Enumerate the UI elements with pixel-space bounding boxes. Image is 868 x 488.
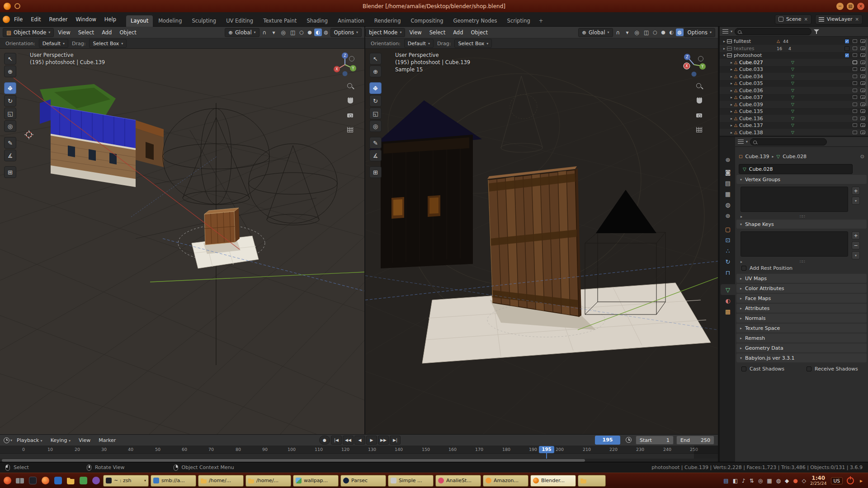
- panel-uv-maps[interactable]: ▸ UV Maps: [736, 274, 867, 283]
- auto-key-button[interactable]: ●: [319, 436, 330, 445]
- browser-launcher-icon[interactable]: [40, 475, 51, 486]
- taskbar-window-simple-scan[interactable]: Simple ...: [388, 475, 434, 487]
- current-frame-field[interactable]: 195: [595, 436, 620, 445]
- close-button[interactable]: ×: [857, 3, 864, 10]
- clock[interactable]: 1:40 2/25/24: [810, 475, 827, 486]
- camera-view-button[interactable]: [345, 110, 355, 120]
- object-name[interactable]: Cube.037: [739, 94, 763, 100]
- tray-icon-sync[interactable]: ⇅: [750, 478, 754, 484]
- shape-key-specials-button[interactable]: ▾: [852, 251, 860, 259]
- chevron-down-icon[interactable]: ▾: [10, 438, 12, 442]
- playhead-frame-label[interactable]: 195: [539, 446, 554, 453]
- outliner-row-object[interactable]: ▸ △ Cube.035 ▽: [720, 80, 868, 87]
- hide-viewport-icon[interactable]: [853, 47, 857, 50]
- taskbar-window-filemanager[interactable]: [578, 475, 606, 487]
- tab-scripting[interactable]: Scripting: [503, 15, 535, 27]
- vertex-group-specials-button[interactable]: ▾: [852, 197, 860, 205]
- move-tool[interactable]: ↔↕: [4, 82, 16, 94]
- tray-icon-settings[interactable]: ◎: [758, 478, 763, 484]
- grip-icon[interactable]: ∷∷: [800, 259, 805, 264]
- menu-marker[interactable]: Marker: [95, 437, 119, 443]
- object-name[interactable]: Cube.138: [739, 130, 763, 136]
- taskbar-window-home-2[interactable]: /home/...: [245, 475, 291, 487]
- transform-orientation-dropdown[interactable]: ⊕ Global ▾: [225, 28, 259, 37]
- panel-texture-space[interactable]: ▸ Texture Space: [736, 324, 867, 333]
- snap-magnet-icon[interactable]: ∩: [613, 28, 623, 37]
- orientation-dropdown[interactable]: Default ▾: [404, 39, 434, 48]
- cursor-tool[interactable]: ⊕: [369, 66, 382, 77]
- object-name[interactable]: Cube.027: [739, 60, 763, 66]
- taskbar-window-smb[interactable]: smb://a...: [151, 475, 196, 487]
- disclosure-icon[interactable]: ▾: [723, 53, 725, 57]
- hide-viewport-icon[interactable]: [853, 53, 857, 57]
- viewport-left[interactable]: ▧ Object Mode ▾ View Select Add Object ⊕…: [0, 27, 364, 434]
- pan-button[interactable]: [694, 96, 704, 106]
- play-button[interactable]: ▶: [366, 436, 377, 445]
- breadcrumb-data[interactable]: Cube.028: [783, 154, 807, 160]
- tab-texture[interactable]: ▩: [721, 306, 735, 317]
- taskbar-window-analiest[interactable]: AnalieSt...: [435, 475, 481, 487]
- disable-render-icon[interactable]: [860, 39, 865, 43]
- terminal-launcher-icon[interactable]: [27, 475, 38, 486]
- frame-end-field[interactable]: End 250: [676, 436, 714, 445]
- panel-face-maps[interactable]: ▸ Face Maps: [736, 294, 867, 303]
- outliner-row-photoshoot[interactable]: ▾ photoshoot ✓: [720, 52, 868, 59]
- timeline-ruler[interactable]: 0 10 20 30 40 50 60 70 80 90 100 110 120…: [0, 446, 718, 454]
- outliner-row-object[interactable]: ▸ △ Cube.034 ▽: [720, 73, 868, 80]
- mode-dropdown[interactable]: ▧ Object Mode ▾: [3, 28, 54, 37]
- outliner-row-object[interactable]: ▸ △ Cube.138 ▽: [720, 129, 868, 135]
- gizmo-z[interactable]: Z: [686, 55, 689, 59]
- hide-viewport-icon[interactable]: [853, 67, 857, 71]
- select-box-tool[interactable]: ↖: [4, 53, 16, 65]
- menu-help[interactable]: Help: [100, 13, 120, 26]
- mesh-name-field[interactable]: ▽ Cube.028: [739, 164, 853, 174]
- viewport-right[interactable]: bject Mode ▾ View Select Add Object ⊕ Gl…: [365, 27, 718, 434]
- tray-icon-audio[interactable]: ♪: [742, 478, 745, 484]
- options-dropdown[interactable]: Options ▾: [330, 28, 362, 37]
- shape-keys-list[interactable]: [741, 231, 848, 257]
- panel-geometry-data[interactable]: ▸ Geometry Data: [736, 343, 867, 352]
- shading-material-icon[interactable]: ◐: [314, 28, 322, 36]
- add-cube-tool[interactable]: ⊞: [369, 166, 382, 178]
- hide-viewport-icon[interactable]: [853, 103, 857, 106]
- outliner-editor[interactable]: ▾ ▸ fulltest △ 44 ✓ ▸ textures 16 4: [720, 27, 868, 135]
- collection-name[interactable]: photoshoot: [734, 52, 762, 58]
- tab-rendering[interactable]: Rendering: [370, 15, 406, 27]
- 3d-scene-left[interactable]: [0, 49, 364, 434]
- properties-editor-icon[interactable]: [738, 140, 744, 144]
- hide-viewport-icon[interactable]: [853, 123, 857, 127]
- outliner-row-fulltest[interactable]: ▸ fulltest △ 44 ✓: [720, 38, 868, 45]
- tab-tool[interactable]: ⊛: [721, 154, 735, 165]
- menu-file[interactable]: File: [10, 13, 27, 26]
- shading-solid-icon[interactable]: ●: [306, 28, 314, 36]
- gizmo-x[interactable]: X: [335, 67, 338, 71]
- properties-editor[interactable]: ⊛ ◙ ▤ ▦ ◍ ⊚ ▢ ⊡ ∴ ↻ ⊓ ▽ ◐ ▩ ▾ ▢ Cube.139: [720, 136, 868, 462]
- disclosure-icon[interactable]: ▸: [723, 39, 725, 43]
- gizmo-x[interactable]: X: [685, 64, 688, 68]
- tray-icon-clipboard[interactable]: ◇: [802, 478, 806, 484]
- hide-viewport-icon[interactable]: [853, 95, 857, 99]
- disable-render-icon[interactable]: [860, 103, 865, 106]
- menu-view[interactable]: View: [54, 29, 74, 36]
- measure-tool[interactable]: ∡: [369, 150, 382, 161]
- panel-attributes[interactable]: ▸ Attributes: [736, 304, 867, 313]
- jump-to-start-button[interactable]: |◀: [331, 436, 342, 445]
- tab-modeling[interactable]: Modeling: [154, 15, 186, 27]
- outliner-row-object[interactable]: ▸ △ Cube.039 ▽: [720, 101, 868, 108]
- tab-constraints[interactable]: ⊓: [721, 267, 735, 278]
- tray-icon-display[interactable]: ◧: [733, 478, 738, 484]
- tab-object[interactable]: ▢: [721, 224, 735, 235]
- app-menu-icon[interactable]: [2, 475, 13, 486]
- xray-toggle-icon[interactable]: ◫: [642, 28, 651, 37]
- disable-render-icon[interactable]: [860, 47, 865, 50]
- screenshot-launcher-icon[interactable]: [90, 475, 101, 486]
- hide-viewport-icon[interactable]: [853, 39, 857, 43]
- frame-start-field[interactable]: Start 1: [636, 436, 674, 445]
- move-tool[interactable]: ↔↕: [369, 82, 382, 94]
- add-workspace-button[interactable]: +: [536, 15, 547, 27]
- timeline-track[interactable]: [0, 454, 718, 459]
- object-name[interactable]: Cube.135: [739, 108, 763, 114]
- hide-viewport-icon[interactable]: [853, 117, 857, 120]
- pin-icon[interactable]: ⊙: [860, 154, 864, 160]
- outliner-row-object[interactable]: ▸ △ Cube.033 ▽: [720, 66, 868, 73]
